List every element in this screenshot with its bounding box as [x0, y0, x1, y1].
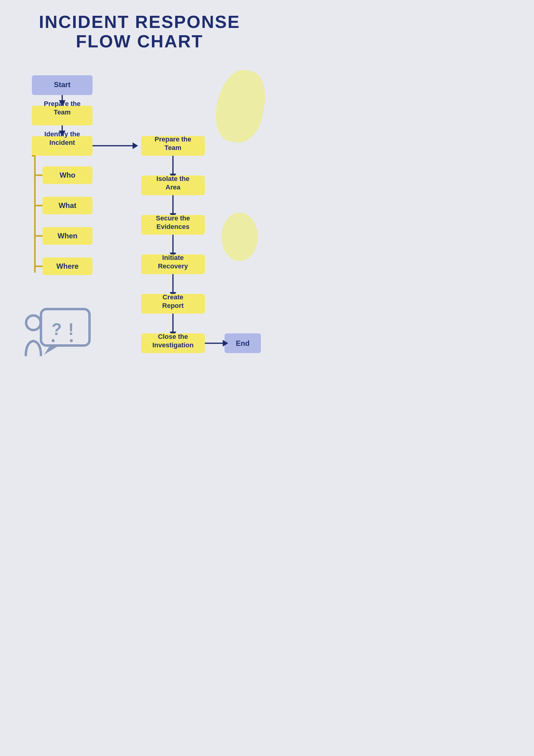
flowchart-svg: StartPrepare theTeamIdentify theIncident… [18, 66, 261, 385]
title-line1: INCIDENT RESPONSE [18, 12, 261, 32]
svg-marker-11 [133, 142, 138, 149]
svg-point-59 [26, 315, 41, 330]
title-line2: FLOW CHART [18, 32, 261, 51]
svg-text:End: End [236, 339, 249, 347]
svg-text:When: When [58, 232, 77, 240]
svg-text:What: What [59, 201, 76, 209]
svg-text:Start: Start [54, 80, 71, 88]
svg-rect-53 [41, 309, 89, 345]
svg-text:Where: Where [57, 262, 79, 270]
svg-text:?: ? [52, 320, 62, 338]
svg-text:!: ! [68, 320, 74, 338]
page-title: INCIDENT RESPONSEFLOW CHART [18, 12, 261, 51]
svg-point-57 [52, 339, 55, 342]
svg-text:Who: Who [60, 171, 76, 179]
svg-point-58 [70, 339, 73, 342]
page: INCIDENT RESPONSEFLOW CHARTStartPrepare … [0, 0, 279, 403]
svg-marker-54 [44, 345, 59, 355]
